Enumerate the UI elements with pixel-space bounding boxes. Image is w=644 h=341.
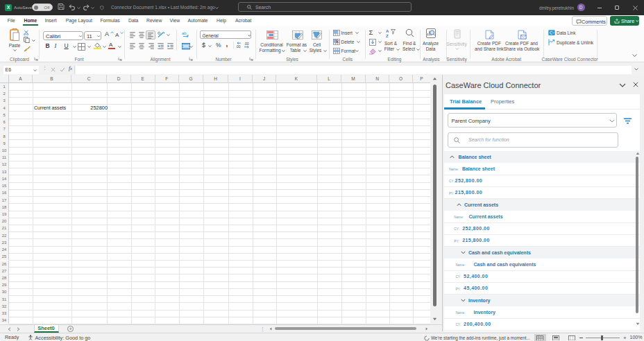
svg-text:.00: .00 <box>244 42 249 46</box>
svg-text:.00: .00 <box>236 44 241 49</box>
svg-text:A: A <box>386 29 389 33</box>
svg-text:Z: Z <box>386 34 389 38</box>
svg-text:ab: ab <box>182 31 187 35</box>
